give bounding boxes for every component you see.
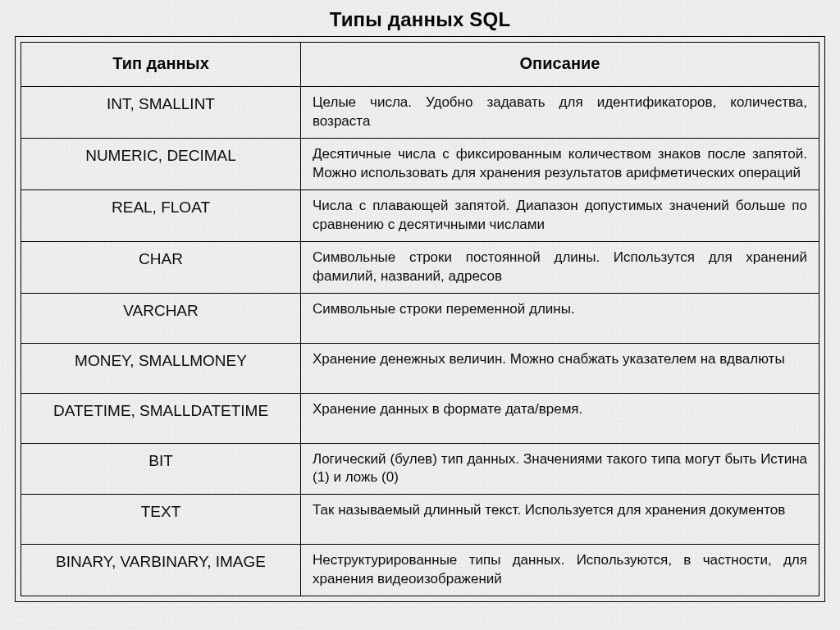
desc-text: Символьные строки постоянной длины. Испо… [313,249,807,286]
table-row: TEXTТак называемый длинный текст. Исполь… [21,495,819,545]
table-row: REAL, FLOATЧисла с плавающей запятой. Ди… [21,189,819,241]
desc-cell: Хранение данных в формате дата/время. [301,393,819,443]
table-row: INT, SMALLINTЦелые числа. Удобно задават… [21,87,819,139]
table-frame: Тип данных Описание INT, SMALLINTЦелые ч… [15,36,825,602]
desc-cell: Символьные строки переменной длины. [301,293,819,343]
type-cell: MONEY, SMALLMONEY [21,343,301,393]
desc-cell: Так называемый длинный текст. Использует… [301,495,819,545]
type-cell: DATETIME, SMALLDATETIME [21,393,301,443]
type-cell: NUMERIC, DECIMAL [21,138,301,189]
type-cell: BINARY, VARBINARY, IMAGE [21,545,301,596]
table-row: VARCHARСимвольные строки переменной длин… [21,293,819,343]
table-row: MONEY, SMALLMONEYХранение денежных велич… [21,343,819,393]
desc-cell: Неструктурированные типы данных. Использ… [301,545,819,596]
desc-text: Хранение данных в формате дата/время. [313,400,807,436]
desc-cell: Символьные строки постоянной длины. Испо… [301,241,819,293]
table-row: CHARСимвольные строки постоянной длины. … [21,241,819,293]
desc-text: Логический (булев) тип данных. Значениям… [313,450,807,488]
table-row: DATETIME, SMALLDATETIMEХранение данных в… [21,393,819,443]
desc-text: Целые числа. Удобно задавать для идентиф… [313,94,807,131]
table-row: BITЛогический (булев) тип данных. Значен… [21,443,819,495]
page-title: Типы данных SQL [15,8,825,31]
type-cell: INT, SMALLINT [21,87,301,139]
desc-text: Числа с плавающей запятой. Диапазон допу… [313,197,807,235]
desc-cell: Целые числа. Удобно задавать для идентиф… [301,87,819,139]
col-header-type: Тип данных [21,43,301,87]
table-header-row: Тип данных Описание [21,43,819,87]
desc-cell: Хранение денежных величин. Можно снабжат… [301,343,819,393]
desc-text: Символьные строки переменной длины. [313,300,807,336]
type-cell: TEXT [21,495,301,545]
type-cell: REAL, FLOAT [21,189,301,241]
table-row: NUMERIC, DECIMALДесятичные числа с фикси… [21,138,819,189]
type-cell: BIT [21,443,301,495]
desc-cell: Числа с плавающей запятой. Диапазон допу… [301,189,819,241]
sql-types-table: Тип данных Описание INT, SMALLINTЦелые ч… [21,42,819,596]
desc-text: Так называемый длинный текст. Использует… [313,501,807,537]
type-cell: VARCHAR [21,293,301,343]
col-header-desc: Описание [301,43,819,87]
desc-text: Неструктурированные типы данных. Использ… [313,551,807,589]
desc-cell: Логический (булев) тип данных. Значениям… [301,443,819,495]
table-row: BINARY, VARBINARY, IMAGEНеструктурирован… [21,545,819,596]
desc-text: Десятичные числа с фиксированным количес… [313,145,807,183]
desc-cell: Десятичные числа с фиксированным количес… [301,138,819,189]
desc-text: Хранение денежных величин. Можно снабжат… [313,350,807,386]
type-cell: CHAR [21,241,301,293]
